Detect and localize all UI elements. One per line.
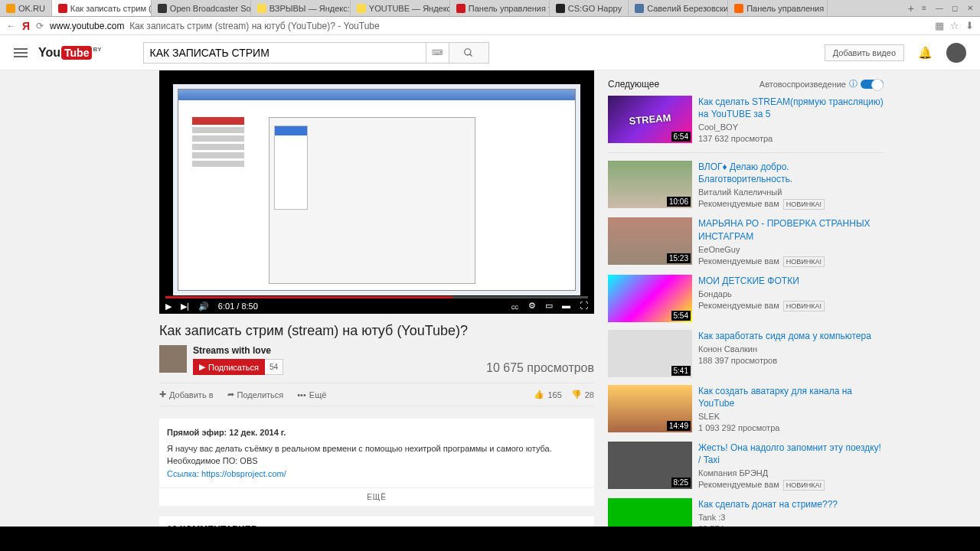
- tab-label: CS:GO Happy: [568, 4, 622, 13]
- downloads-icon[interactable]: ⬇: [965, 20, 974, 31]
- dislike-button[interactable]: 👎 28: [571, 390, 594, 399]
- upload-button[interactable]: Добавить видео: [825, 44, 904, 61]
- rec-title[interactable]: Как создать аватарку для канала на YouTu…: [698, 385, 884, 409]
- recommendation-item[interactable]: 5:41Как заработать сидя дома у компьютер…: [608, 330, 884, 377]
- rec-channel[interactable]: Конон Свалкин: [698, 344, 871, 355]
- show-more-button[interactable]: ЕЩЁ: [159, 487, 594, 506]
- more-actions-button[interactable]: ••• Ещё: [297, 390, 326, 399]
- search-button[interactable]: [449, 42, 489, 64]
- volume-icon[interactable]: 🔊: [198, 302, 209, 311]
- rec-channel[interactable]: Tank :3: [698, 512, 838, 523]
- tab-label: Панель управления транс…: [469, 4, 550, 13]
- address-bar: ← Я ⟳ www.youtube.com Как записать стрим…: [0, 17, 980, 35]
- recommendation-item[interactable]: 15:23МАРЬЯНА РО - ПРОВЕРКА СТРАННЫХ ИНСТ…: [608, 217, 884, 266]
- youtube-logo[interactable]: YouTubeBY: [38, 46, 102, 60]
- recommendation-item[interactable]: 8:25Жесть! Она надолго запомнит эту поез…: [608, 442, 884, 491]
- rec-channel[interactable]: Компания БРЭНД: [698, 468, 884, 479]
- keyboard-icon[interactable]: ⌨: [426, 42, 449, 64]
- recommendation-item[interactable]: 10:06ВЛОГ♦ Делаю добро. Благотворительно…: [608, 161, 884, 210]
- description-link[interactable]: Ссылка: https://obsproject.com/: [167, 468, 586, 481]
- browser-tab[interactable]: CS:GO Happy: [550, 0, 629, 16]
- new-tab-button[interactable]: +: [908, 2, 914, 15]
- favicon-icon: [556, 4, 565, 13]
- minimize-icon[interactable]: —: [934, 3, 945, 14]
- browser-tab[interactable]: OK.RU: [0, 0, 52, 16]
- next-button[interactable]: ▶|: [181, 302, 189, 311]
- favicon-icon: [357, 4, 366, 13]
- settings-icon[interactable]: ⚙: [528, 301, 536, 312]
- browser-menu-icon[interactable]: ≡: [919, 3, 929, 14]
- guide-menu-button[interactable]: [14, 52, 28, 54]
- recommendation-item[interactable]: STREAM6:54Как сделать STREAM(прямую тран…: [608, 96, 884, 145]
- play-button[interactable]: ▶: [165, 302, 172, 311]
- info-icon[interactable]: ⓘ: [849, 78, 858, 90]
- channel-avatar[interactable]: [159, 345, 187, 373]
- browser-tab[interactable]: YOUTUBE — Яндекс: наш…: [351, 0, 450, 16]
- maximize-icon[interactable]: ◻: [949, 3, 960, 14]
- rec-title[interactable]: МАРЬЯНА РО - ПРОВЕРКА СТРАННЫХ ИНСТАГРАМ: [698, 217, 884, 242]
- miniplayer-icon[interactable]: ▭: [545, 301, 553, 312]
- fullscreen-icon[interactable]: ⛶: [580, 301, 588, 312]
- close-icon[interactable]: ✕: [965, 3, 975, 14]
- rec-title[interactable]: МОИ ДЕТСКИЕ ФОТКИ: [698, 275, 825, 287]
- up-next-label: Следующее: [608, 79, 659, 90]
- rec-meta: 188 397 просмотров: [698, 355, 871, 367]
- description-line: Я научу вас делать съёмку в реальном вре…: [167, 442, 586, 455]
- video-thumbnail[interactable]: 5:41: [608, 330, 692, 377]
- taskbar: [0, 527, 980, 551]
- back-button[interactable]: ←: [6, 20, 16, 31]
- bookmark-icon[interactable]: ☆: [950, 20, 959, 31]
- rec-channel[interactable]: Бондарь: [698, 289, 825, 300]
- duration-badge: 6:54: [671, 132, 691, 142]
- rec-title[interactable]: Жесть! Она надолго запомнит эту поездку!…: [698, 442, 884, 466]
- favicon-icon: [456, 4, 466, 13]
- theater-icon[interactable]: ▬: [562, 301, 570, 312]
- subscribe-button[interactable]: ▶ Подписаться: [193, 359, 265, 375]
- video-thumbnail[interactable]: 10:06: [608, 161, 692, 208]
- video-player[interactable]: ▶ ▶| 🔊 6:01 / 8:50 ㏄ ⚙ ▭ ▬ ⛶: [159, 70, 594, 314]
- rec-title[interactable]: Как сделать STREAM(прямую трансляцию) на…: [698, 96, 884, 120]
- video-thumbnail[interactable]: 8:25: [608, 442, 692, 489]
- tab-label: YOUTUBE — Яндекс: наш…: [369, 4, 450, 13]
- share-button[interactable]: ➦ Поделиться: [227, 390, 284, 399]
- notifications-icon[interactable]: 🔔: [918, 46, 933, 60]
- recommendation-item[interactable]: 14:49Как создать аватарку для канала на …: [608, 385, 884, 434]
- browser-tab[interactable]: Панель управления транс…: [450, 0, 550, 16]
- browser-tab[interactable]: Панель управления: [728, 0, 828, 16]
- rec-meta: Рекомендуемые вам НОВИНКА!: [698, 256, 884, 267]
- captions-icon[interactable]: ㏄: [511, 301, 519, 312]
- duration-badge: 14:49: [667, 421, 691, 431]
- url-display[interactable]: www.youtube.com Как записать стрим (stre…: [50, 21, 380, 31]
- channel-name[interactable]: Streams with love: [193, 345, 480, 356]
- tab-label: ВЗРЫВЫ — Яндекс: нашл…: [270, 4, 351, 13]
- video-thumbnail[interactable]: 15:23: [608, 217, 692, 265]
- autoplay-toggle[interactable]: [861, 80, 884, 89]
- search-input[interactable]: [143, 42, 426, 64]
- rec-channel[interactable]: Виталий Калеличный: [698, 187, 884, 198]
- rec-title[interactable]: Как сделать донат на стриме???: [698, 498, 838, 510]
- browser-tab[interactable]: Савелий Березовских: [629, 0, 728, 16]
- favicon-icon: [257, 4, 266, 13]
- rec-title[interactable]: ВЛОГ♦ Делаю добро. Благотворительность.: [698, 161, 884, 185]
- extension-icon[interactable]: ▦: [935, 20, 944, 31]
- add-to-button[interactable]: ✚ Добавить в: [159, 390, 214, 399]
- rec-channel[interactable]: EeOneGuy: [698, 244, 884, 256]
- tab-label: Open Broadcaster Softwa…: [170, 4, 251, 13]
- rec-meta: Рекомендуемые вам НОВИНКА!: [698, 300, 825, 311]
- video-thumbnail[interactable]: 5:54: [608, 275, 692, 322]
- rec-meta: Рекомендуемые вам НОВИНКА!: [698, 479, 884, 491]
- browser-tab[interactable]: ВЗРЫВЫ — Яндекс: нашл…: [251, 0, 351, 16]
- rec-channel[interactable]: Cool_BOY: [698, 122, 884, 133]
- video-thumbnail[interactable]: STREAM6:54: [608, 96, 692, 143]
- browser-tab[interactable]: Как записать стрим (st…: [52, 0, 152, 16]
- reload-button[interactable]: ⟳: [36, 21, 44, 31]
- rec-channel[interactable]: SLEK: [698, 411, 884, 422]
- browser-tab[interactable]: Open Broadcaster Softwa…: [152, 0, 251, 16]
- like-button[interactable]: 👍 165: [534, 390, 561, 399]
- video-thumbnail[interactable]: 14:49: [608, 385, 692, 432]
- recommendation-item[interactable]: 5:54МОИ ДЕТСКИЕ ФОТКИБондарьРекомендуемы…: [608, 275, 884, 322]
- yandex-logo-icon[interactable]: Я: [22, 20, 30, 32]
- duration-badge: 5:54: [671, 311, 691, 321]
- account-avatar[interactable]: [946, 43, 966, 63]
- rec-title[interactable]: Как заработать сидя дома у компьютера: [698, 330, 871, 342]
